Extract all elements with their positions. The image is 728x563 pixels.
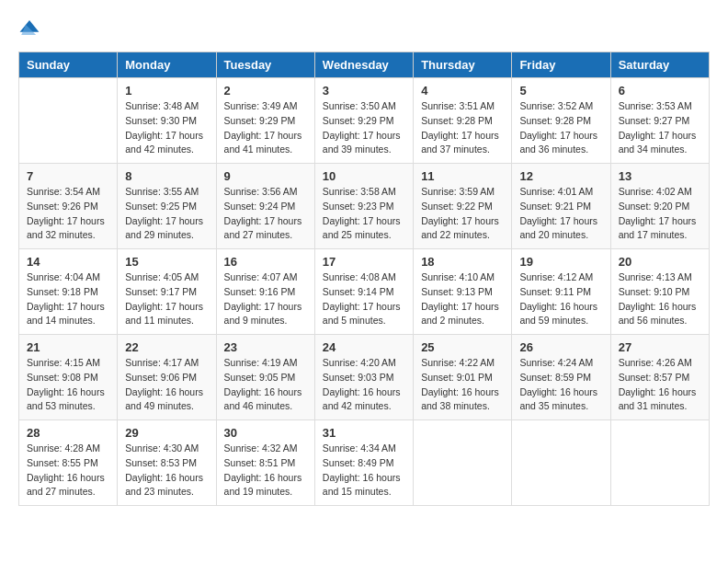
- calendar-cell: 25Sunrise: 4:22 AM Sunset: 9:01 PM Dayli…: [414, 335, 512, 420]
- calendar-cell: 9Sunrise: 3:56 AM Sunset: 9:24 PM Daylig…: [216, 164, 314, 249]
- day-info: Sunrise: 4:15 AM Sunset: 9:08 PM Dayligh…: [27, 356, 109, 414]
- calendar-cell: 3Sunrise: 3:50 AM Sunset: 9:29 PM Daylig…: [314, 78, 413, 164]
- calendar-cell: 13Sunrise: 4:02 AM Sunset: 9:20 PM Dayli…: [610, 164, 709, 249]
- day-number: 21: [27, 340, 109, 354]
- day-info: Sunrise: 3:55 AM Sunset: 9:25 PM Dayligh…: [125, 185, 208, 243]
- day-number: 30: [224, 426, 307, 440]
- day-info: Sunrise: 3:50 AM Sunset: 9:29 PM Dayligh…: [323, 99, 405, 157]
- calendar-cell: 8Sunrise: 3:55 AM Sunset: 9:25 PM Daylig…: [118, 164, 216, 249]
- calendar-cell: 19Sunrise: 4:12 AM Sunset: 9:11 PM Dayli…: [512, 249, 610, 335]
- calendar-cell: 16Sunrise: 4:07 AM Sunset: 9:16 PM Dayli…: [216, 249, 314, 335]
- day-info: Sunrise: 4:12 AM Sunset: 9:11 PM Dayligh…: [519, 270, 602, 328]
- day-number: 8: [125, 169, 208, 183]
- day-number: 24: [323, 340, 405, 354]
- calendar-week-row: 21Sunrise: 4:15 AM Sunset: 9:08 PM Dayli…: [19, 335, 710, 420]
- day-number: 31: [323, 426, 405, 440]
- calendar-header-row: SundayMondayTuesdayWednesdayThursdayFrid…: [19, 52, 710, 78]
- calendar-cell: 10Sunrise: 3:58 AM Sunset: 9:23 PM Dayli…: [314, 164, 413, 249]
- day-number: 15: [125, 255, 208, 269]
- calendar-cell: 21Sunrise: 4:15 AM Sunset: 9:08 PM Dayli…: [19, 335, 118, 420]
- calendar-week-row: 14Sunrise: 4:04 AM Sunset: 9:18 PM Dayli…: [19, 249, 710, 335]
- day-info: Sunrise: 3:56 AM Sunset: 9:24 PM Dayligh…: [224, 185, 307, 243]
- calendar-cell: 11Sunrise: 3:59 AM Sunset: 9:22 PM Dayli…: [414, 164, 512, 249]
- day-info: Sunrise: 4:30 AM Sunset: 8:53 PM Dayligh…: [125, 442, 208, 500]
- calendar-cell: 14Sunrise: 4:04 AM Sunset: 9:18 PM Dayli…: [19, 249, 118, 335]
- day-info: Sunrise: 4:34 AM Sunset: 8:49 PM Dayligh…: [323, 442, 405, 500]
- day-number: 20: [619, 255, 701, 269]
- calendar-cell: [512, 420, 610, 506]
- day-number: 6: [619, 84, 701, 98]
- calendar-cell: [610, 420, 709, 506]
- day-number: 1: [125, 84, 208, 98]
- day-info: Sunrise: 4:32 AM Sunset: 8:51 PM Dayligh…: [224, 442, 307, 500]
- calendar-cell: 2Sunrise: 3:49 AM Sunset: 9:29 PM Daylig…: [216, 78, 314, 164]
- day-info: Sunrise: 4:19 AM Sunset: 9:05 PM Dayligh…: [224, 356, 307, 414]
- day-info: Sunrise: 4:10 AM Sunset: 9:13 PM Dayligh…: [421, 270, 504, 328]
- day-info: Sunrise: 4:17 AM Sunset: 9:06 PM Dayligh…: [125, 356, 208, 414]
- calendar-week-row: 28Sunrise: 4:28 AM Sunset: 8:55 PM Dayli…: [19, 420, 710, 506]
- day-number: 22: [125, 340, 208, 354]
- header-sunday: Sunday: [19, 52, 118, 78]
- day-number: 11: [421, 169, 504, 183]
- calendar-cell: 31Sunrise: 4:34 AM Sunset: 8:49 PM Dayli…: [314, 420, 413, 506]
- logo-icon: [18, 18, 40, 37]
- day-info: Sunrise: 3:54 AM Sunset: 9:26 PM Dayligh…: [27, 185, 109, 243]
- calendar-cell: 24Sunrise: 4:20 AM Sunset: 9:03 PM Dayli…: [314, 335, 413, 420]
- header-monday: Monday: [118, 52, 216, 78]
- calendar-cell: 20Sunrise: 4:13 AM Sunset: 9:10 PM Dayli…: [610, 249, 709, 335]
- day-number: 23: [224, 340, 307, 354]
- calendar-cell: 29Sunrise: 4:30 AM Sunset: 8:53 PM Dayli…: [118, 420, 216, 506]
- header-friday: Friday: [512, 52, 610, 78]
- day-number: 9: [224, 169, 307, 183]
- day-number: 3: [323, 84, 405, 98]
- calendar-week-row: 1Sunrise: 3:48 AM Sunset: 9:30 PM Daylig…: [19, 78, 710, 164]
- calendar-cell: 12Sunrise: 4:01 AM Sunset: 9:21 PM Dayli…: [512, 164, 610, 249]
- day-number: 7: [27, 169, 109, 183]
- calendar-cell: 22Sunrise: 4:17 AM Sunset: 9:06 PM Dayli…: [118, 335, 216, 420]
- day-number: 25: [421, 340, 504, 354]
- header-wednesday: Wednesday: [314, 52, 413, 78]
- day-info: Sunrise: 4:05 AM Sunset: 9:17 PM Dayligh…: [125, 270, 208, 328]
- day-number: 16: [224, 255, 307, 269]
- day-number: 12: [519, 169, 602, 183]
- day-number: 28: [27, 426, 109, 440]
- day-info: Sunrise: 4:08 AM Sunset: 9:14 PM Dayligh…: [323, 270, 405, 328]
- day-number: 5: [519, 84, 602, 98]
- day-info: Sunrise: 3:52 AM Sunset: 9:28 PM Dayligh…: [519, 99, 602, 157]
- calendar-cell: 15Sunrise: 4:05 AM Sunset: 9:17 PM Dayli…: [118, 249, 216, 335]
- calendar-cell: 1Sunrise: 3:48 AM Sunset: 9:30 PM Daylig…: [118, 78, 216, 164]
- day-info: Sunrise: 4:26 AM Sunset: 8:57 PM Dayligh…: [619, 356, 701, 414]
- day-number: 18: [421, 255, 504, 269]
- day-info: Sunrise: 4:13 AM Sunset: 9:10 PM Dayligh…: [619, 270, 701, 328]
- day-info: Sunrise: 4:02 AM Sunset: 9:20 PM Dayligh…: [619, 185, 701, 243]
- calendar-cell: 17Sunrise: 4:08 AM Sunset: 9:14 PM Dayli…: [314, 249, 413, 335]
- day-info: Sunrise: 3:58 AM Sunset: 9:23 PM Dayligh…: [323, 185, 405, 243]
- day-info: Sunrise: 4:24 AM Sunset: 8:59 PM Dayligh…: [519, 356, 602, 414]
- day-info: Sunrise: 4:01 AM Sunset: 9:21 PM Dayligh…: [519, 185, 602, 243]
- calendar-cell: 26Sunrise: 4:24 AM Sunset: 8:59 PM Dayli…: [512, 335, 610, 420]
- day-info: Sunrise: 4:04 AM Sunset: 9:18 PM Dayligh…: [27, 270, 109, 328]
- calendar-cell: [414, 420, 512, 506]
- day-info: Sunrise: 3:49 AM Sunset: 9:29 PM Dayligh…: [224, 99, 307, 157]
- calendar-cell: 27Sunrise: 4:26 AM Sunset: 8:57 PM Dayli…: [610, 335, 709, 420]
- calendar-cell: 28Sunrise: 4:28 AM Sunset: 8:55 PM Dayli…: [19, 420, 118, 506]
- day-info: Sunrise: 3:48 AM Sunset: 9:30 PM Dayligh…: [125, 99, 208, 157]
- day-number: 4: [421, 84, 504, 98]
- calendar-cell: 5Sunrise: 3:52 AM Sunset: 9:28 PM Daylig…: [512, 78, 610, 164]
- calendar-table: SundayMondayTuesdayWednesdayThursdayFrid…: [18, 52, 710, 506]
- day-info: Sunrise: 4:07 AM Sunset: 9:16 PM Dayligh…: [224, 270, 307, 328]
- day-info: Sunrise: 3:53 AM Sunset: 9:27 PM Dayligh…: [619, 99, 701, 157]
- day-number: 10: [323, 169, 405, 183]
- day-number: 17: [323, 255, 405, 269]
- calendar-cell: 6Sunrise: 3:53 AM Sunset: 9:27 PM Daylig…: [610, 78, 709, 164]
- calendar-cell: [19, 78, 118, 164]
- day-info: Sunrise: 3:59 AM Sunset: 9:22 PM Dayligh…: [421, 185, 504, 243]
- calendar-cell: 30Sunrise: 4:32 AM Sunset: 8:51 PM Dayli…: [216, 420, 314, 506]
- day-info: Sunrise: 4:20 AM Sunset: 9:03 PM Dayligh…: [323, 356, 405, 414]
- day-number: 27: [619, 340, 701, 354]
- day-number: 19: [519, 255, 602, 269]
- header-tuesday: Tuesday: [216, 52, 314, 78]
- day-info: Sunrise: 3:51 AM Sunset: 9:28 PM Dayligh…: [421, 99, 504, 157]
- day-number: 13: [619, 169, 701, 183]
- day-number: 26: [519, 340, 602, 354]
